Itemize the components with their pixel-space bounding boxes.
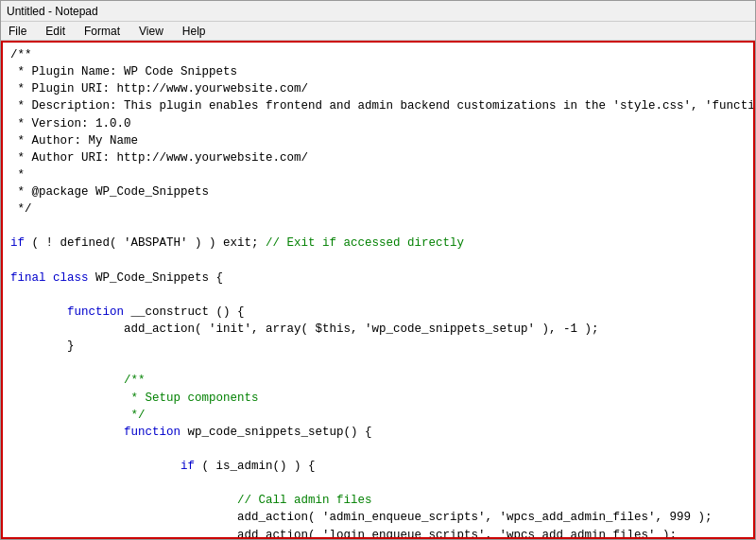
title-text: Untitled - Notepad [7, 5, 98, 18]
editor-area[interactable]: /** * Plugin Name: WP Code Snippets * Pl… [1, 41, 755, 539]
app-window: Untitled - Notepad File Edit Format View… [0, 0, 756, 540]
menu-view[interactable]: View [135, 25, 167, 38]
menu-format[interactable]: Format [80, 25, 124, 38]
menu-bar: File Edit Format View Help [1, 22, 755, 41]
code-content: /** * Plugin Name: WP Code Snippets * Pl… [10, 46, 746, 539]
menu-file[interactable]: File [5, 25, 30, 38]
menu-help[interactable]: Help [179, 25, 210, 38]
menu-edit[interactable]: Edit [42, 25, 69, 38]
title-bar: Untitled - Notepad [1, 1, 755, 22]
